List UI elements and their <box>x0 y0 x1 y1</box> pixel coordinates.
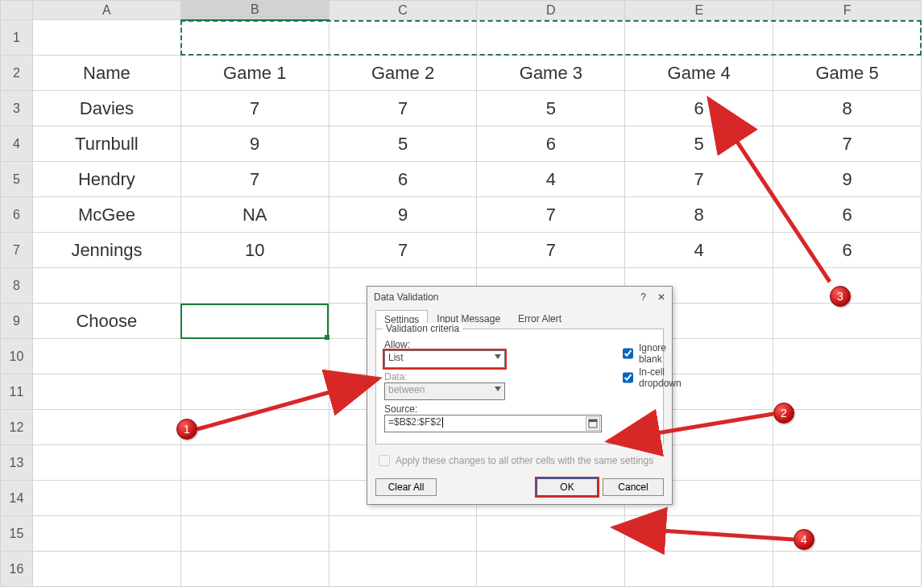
cell[interactable] <box>773 304 922 339</box>
cell[interactable]: 7 <box>329 233 477 268</box>
cell[interactable]: 8 <box>773 91 922 126</box>
cell[interactable] <box>180 552 329 587</box>
cell[interactable]: 7 <box>180 162 329 197</box>
row-header[interactable]: 10 <box>1 339 33 374</box>
cell[interactable] <box>180 268 329 304</box>
cell[interactable]: 4 <box>625 233 773 268</box>
cell[interactable]: 6 <box>477 126 625 162</box>
row-header[interactable]: 14 <box>1 481 33 516</box>
cell[interactable] <box>33 552 181 587</box>
cell[interactable] <box>33 374 181 410</box>
cell[interactable] <box>773 339 922 374</box>
cell[interactable]: 6 <box>773 197 922 233</box>
cell[interactable]: 7 <box>625 162 773 197</box>
cell[interactable]: 7 <box>773 126 922 162</box>
cell[interactable] <box>329 552 477 587</box>
cell[interactable] <box>329 20 477 56</box>
col-header-B[interactable]: B <box>180 1 329 20</box>
cell[interactable]: 7 <box>477 233 625 268</box>
cell[interactable] <box>625 516 773 552</box>
select-all-corner[interactable] <box>1 1 33 20</box>
cell[interactable]: 4 <box>477 162 625 197</box>
row-header[interactable]: 5 <box>1 162 33 197</box>
cell[interactable] <box>625 552 773 587</box>
row-header[interactable]: 13 <box>1 445 33 481</box>
cell[interactable]: Jennings <box>33 233 181 268</box>
source-input[interactable]: =$B$2:$F$2 <box>384 415 602 432</box>
cell[interactable]: 6 <box>329 162 477 197</box>
cell[interactable]: 6 <box>625 91 773 126</box>
cell[interactable] <box>180 410 329 445</box>
incell-dropdown-checkbox[interactable]: In-cell dropdown <box>619 366 682 389</box>
cell[interactable] <box>773 374 922 410</box>
clear-all-button[interactable]: Clear All <box>375 478 437 496</box>
allow-dropdown[interactable]: List <box>384 350 505 368</box>
row-header[interactable]: 7 <box>1 233 33 268</box>
col-header-C[interactable]: C <box>329 1 477 20</box>
cell[interactable] <box>33 516 181 552</box>
col-header-F[interactable]: F <box>773 1 922 20</box>
cell[interactable]: 7 <box>329 91 477 126</box>
cell[interactable] <box>33 481 181 516</box>
cell[interactable]: 5 <box>477 91 625 126</box>
row-header[interactable]: 16 <box>1 552 33 587</box>
cell[interactable]: Game 5 <box>773 56 922 91</box>
cell[interactable] <box>773 481 922 516</box>
cell[interactable] <box>477 20 625 56</box>
cell[interactable]: Game 3 <box>477 56 625 91</box>
cell[interactable]: 9 <box>329 197 477 233</box>
cell[interactable] <box>33 339 181 374</box>
cell[interactable]: NA <box>180 197 329 233</box>
cell[interactable] <box>625 20 773 56</box>
row-header[interactable]: 15 <box>1 516 33 552</box>
cell[interactable] <box>180 516 329 552</box>
cell[interactable] <box>477 552 625 587</box>
cell[interactable]: Hendry <box>33 162 181 197</box>
row-header[interactable]: 9 <box>1 304 33 339</box>
row-header[interactable]: 12 <box>1 410 33 445</box>
cell[interactable] <box>773 20 922 56</box>
cell[interactable]: 9 <box>773 162 922 197</box>
cell[interactable] <box>33 20 181 56</box>
cell[interactable] <box>33 268 181 304</box>
row-header[interactable]: 2 <box>1 56 33 91</box>
col-header-E[interactable]: E <box>625 1 773 20</box>
cell[interactable] <box>33 445 181 481</box>
cell[interactable]: 7 <box>180 91 329 126</box>
cell[interactable] <box>477 516 625 552</box>
cell[interactable]: McGee <box>33 197 181 233</box>
row-header[interactable]: 6 <box>1 197 33 233</box>
row-header[interactable]: 3 <box>1 91 33 126</box>
cell[interactable]: 9 <box>180 126 329 162</box>
cell[interactable]: Choose <box>33 304 181 339</box>
cell[interactable]: 6 <box>773 233 922 268</box>
cell-selected[interactable] <box>180 304 329 339</box>
row-header[interactable]: 1 <box>1 20 33 56</box>
cell[interactable] <box>180 481 329 516</box>
cell[interactable]: Game 4 <box>625 56 773 91</box>
cell[interactable]: 7 <box>477 197 625 233</box>
cell[interactable] <box>180 20 329 56</box>
cell[interactable]: 10 <box>180 233 329 268</box>
cell[interactable]: Game 1 <box>180 56 329 91</box>
cell[interactable] <box>773 445 922 481</box>
row-header[interactable]: 4 <box>1 126 33 162</box>
cell[interactable]: Turnbull <box>33 126 181 162</box>
cell[interactable]: 5 <box>329 126 477 162</box>
tab-error-alert[interactable]: Error Alert <box>509 309 570 329</box>
col-header-D[interactable]: D <box>477 1 625 20</box>
cell[interactable] <box>329 516 477 552</box>
cell[interactable]: Name <box>33 56 181 91</box>
range-picker-icon[interactable] <box>586 416 600 431</box>
cell[interactable] <box>180 445 329 481</box>
row-header[interactable]: 8 <box>1 268 33 304</box>
cell[interactable] <box>180 339 329 374</box>
cell[interactable] <box>180 374 329 410</box>
cell[interactable]: Game 2 <box>329 56 477 91</box>
cell[interactable] <box>33 410 181 445</box>
ignore-blank-checkbox[interactable]: Ignore blank <box>619 342 682 365</box>
cancel-button[interactable]: Cancel <box>603 478 664 496</box>
cell[interactable]: Davies <box>33 91 181 126</box>
cell[interactable] <box>773 410 922 445</box>
help-icon[interactable]: ? <box>640 291 646 303</box>
